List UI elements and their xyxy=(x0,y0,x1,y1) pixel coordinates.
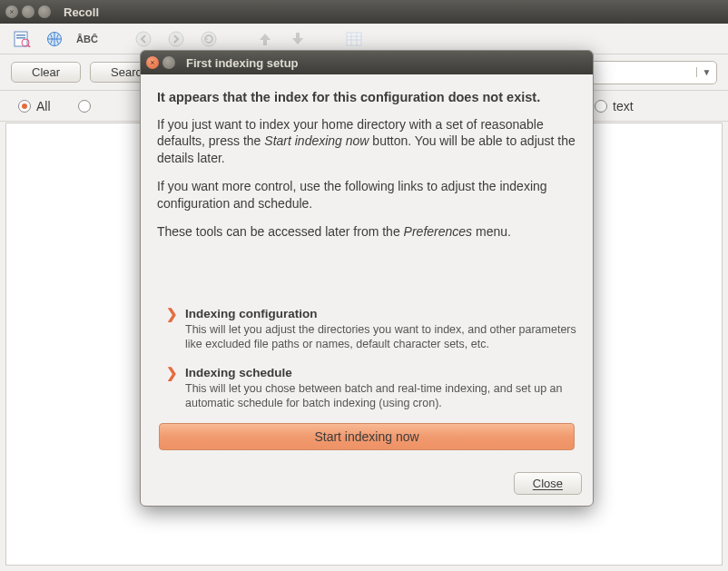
forward-icon[interactable] xyxy=(165,30,187,48)
window-maximize-icon[interactable] xyxy=(38,5,51,18)
window-titlebar: × Recoll xyxy=(0,0,728,24)
dialog-para3: These tools can be accessed later from t… xyxy=(157,223,576,241)
dialog-para1: If you just want to index your home dire… xyxy=(157,116,576,168)
document-icon[interactable] xyxy=(11,30,33,48)
dialog-title: First indexing setup xyxy=(186,56,299,70)
radio-media[interactable] xyxy=(78,100,96,113)
globe-icon[interactable] xyxy=(44,30,65,48)
clear-button[interactable]: Clear xyxy=(11,62,81,83)
window-title: Recoll xyxy=(64,5,99,19)
svg-point-6 xyxy=(136,32,151,46)
window-minimize-icon[interactable] xyxy=(22,5,34,18)
chevron-down-icon[interactable]: ▼ xyxy=(696,67,716,77)
link-title: Indexing schedule xyxy=(185,365,576,381)
abc-icon[interactable]: ÂBĈ xyxy=(76,30,98,48)
table-icon[interactable] xyxy=(343,30,365,48)
link-indexing-configuration[interactable]: ❯ Indexing configuration This will let y… xyxy=(166,306,576,352)
dialog-minimize-icon[interactable] xyxy=(162,56,175,69)
close-button[interactable]: Close xyxy=(514,472,582,495)
down-icon[interactable] xyxy=(287,30,309,48)
link-desc: This will let you adjust the directories… xyxy=(185,322,576,352)
svg-line-4 xyxy=(28,45,31,47)
window-close-icon[interactable]: × xyxy=(5,5,18,18)
radio-label: text xyxy=(613,99,634,113)
dialog-body: It appears that the index for this confi… xyxy=(141,74,593,468)
dialog-para2: If you want more control, use the follow… xyxy=(157,178,576,212)
radio-label: All xyxy=(36,99,51,113)
reload-icon[interactable] xyxy=(198,30,220,48)
radio-text[interactable]: text xyxy=(595,99,634,113)
up-icon[interactable] xyxy=(254,30,276,48)
dialog-close-icon[interactable]: × xyxy=(146,56,159,69)
svg-point-8 xyxy=(202,32,216,46)
svg-rect-2 xyxy=(16,37,25,39)
chevron-right-icon: ❯ xyxy=(166,307,178,352)
first-indexing-dialog: × First indexing setup It appears that t… xyxy=(140,50,594,507)
svg-point-7 xyxy=(169,32,183,46)
link-indexing-schedule[interactable]: ❯ Indexing schedule This will let you ch… xyxy=(166,365,576,411)
radio-dot-icon xyxy=(18,100,31,113)
svg-rect-1 xyxy=(16,34,25,36)
start-indexing-button[interactable]: Start indexing now xyxy=(159,423,575,450)
radio-dot-icon xyxy=(78,100,91,113)
dialog-heading: It appears that the index for this confi… xyxy=(157,89,576,107)
link-title: Indexing configuration xyxy=(185,306,576,322)
radio-dot-icon xyxy=(595,100,607,113)
dialog-titlebar: × First indexing setup xyxy=(141,51,593,74)
svg-rect-9 xyxy=(347,33,361,45)
back-icon[interactable] xyxy=(133,30,154,48)
dialog-footer: Close xyxy=(141,468,593,506)
link-desc: This will let you chose between batch an… xyxy=(185,381,576,411)
chevron-right-icon: ❯ xyxy=(166,366,178,411)
radio-all[interactable]: All xyxy=(18,99,51,113)
